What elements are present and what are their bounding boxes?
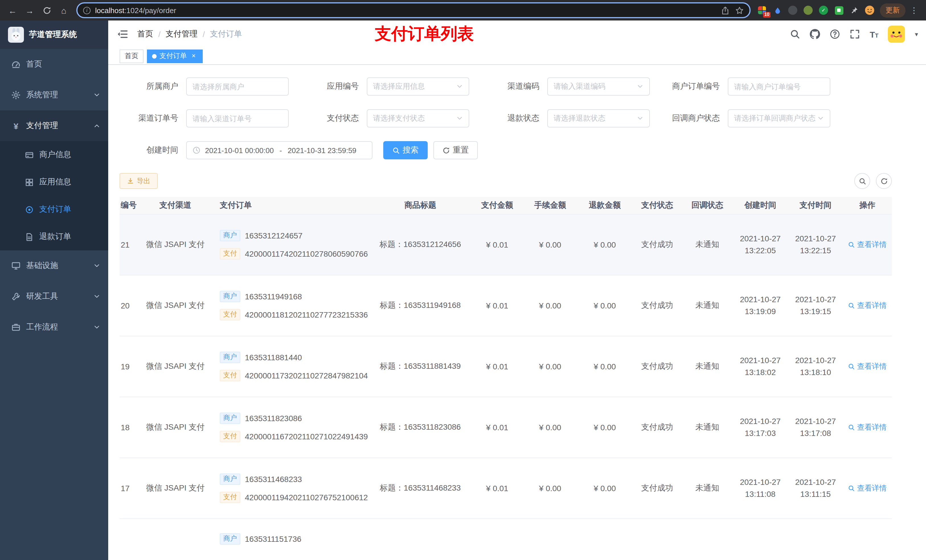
cell-fee: ¥ 0.00 — [523, 457, 578, 518]
pay-status-select[interactable]: 请选择支付状态 — [367, 109, 469, 127]
magnifier-icon — [848, 241, 855, 248]
cell-refund: ¥ 0.00 — [578, 336, 632, 397]
sidebar-item-dev-tools[interactable]: 研发工具 — [0, 281, 108, 312]
sidebar-subitem-pay-order[interactable]: 支付订单 — [0, 196, 108, 223]
refresh-table-button[interactable] — [876, 173, 892, 189]
extension-dark-icon[interactable] — [787, 5, 799, 16]
browser-forward-button[interactable]: → — [22, 2, 38, 18]
pay-tag: 支付 — [220, 248, 240, 259]
sidebar-collapse-icon[interactable] — [117, 29, 128, 40]
chevron-down-icon — [456, 83, 463, 90]
view-detail-link[interactable]: 查看详情 — [848, 239, 887, 249]
view-detail-link[interactable]: 查看详情 — [848, 483, 887, 493]
cell-notify: 未通知 — [682, 336, 732, 397]
site-info-icon[interactable]: i — [83, 6, 91, 14]
cell-title: 标题：1635311468233 — [369, 457, 472, 518]
reset-button[interactable]: 重置 — [433, 141, 478, 159]
help-icon[interactable] — [830, 29, 840, 39]
cell-create-time: 2021-10-2713:22:05 — [732, 214, 788, 275]
merchant-tag: 商户 — [220, 533, 240, 544]
select-placeholder: 请选择订单回调商户状态 — [734, 113, 817, 124]
app-no-select[interactable]: 请选择应用信息 — [367, 77, 469, 96]
extension-green-check-icon[interactable]: ✓ — [818, 5, 829, 16]
extension-chat-icon[interactable] — [833, 5, 844, 16]
sidebar-subitem-merchant-info[interactable]: 商户信息 — [0, 141, 108, 169]
browser-profile-avatar[interactable] — [864, 5, 875, 16]
create-time-range-picker[interactable]: 2021-10-01 00:00:00 - 2021-10-31 23:59:5… — [186, 141, 372, 159]
chevron-down-icon — [94, 324, 100, 331]
notify-status-select[interactable]: 请选择订单回调商户状态 — [728, 109, 830, 127]
avatar-dropdown-caret[interactable]: ▾ — [915, 30, 918, 38]
merchant-input[interactable] — [186, 77, 289, 96]
cell-amount: ¥ 0.01 — [472, 397, 523, 457]
merchant-order-no-input[interactable] — [728, 77, 830, 96]
app-title: 芋道管理系统 — [29, 30, 77, 40]
channel-order-no-input[interactable] — [186, 109, 289, 127]
extension-colorful-icon[interactable]: 10 — [756, 5, 768, 16]
export-button[interactable]: 导出 — [120, 173, 158, 189]
sidebar-item-workflow[interactable]: 工作流程 — [0, 312, 108, 343]
col-title: 商品标题 — [369, 197, 472, 214]
sidebar-item-infrastructure[interactable]: 基础设施 — [0, 251, 108, 281]
browser-home-button[interactable]: ⌂ — [56, 2, 72, 18]
github-icon[interactable] — [810, 29, 820, 39]
dashboard-icon — [11, 60, 21, 69]
sidebar-item-label: 首页 — [26, 59, 42, 69]
close-icon[interactable] — [190, 52, 198, 60]
font-size-icon[interactable]: TT — [870, 30, 878, 38]
pay-tag: 支付 — [220, 430, 240, 442]
cell-refund: ¥ 0.00 — [578, 457, 632, 518]
briefcase-icon — [11, 323, 21, 332]
tab-pay-order[interactable]: 支付订单 — [147, 49, 203, 63]
sidebar-item-label: 基础设施 — [26, 261, 58, 271]
extension-badge: 10 — [763, 12, 770, 18]
extensions-pin-icon[interactable] — [849, 5, 860, 16]
browser-refresh-button[interactable] — [39, 2, 54, 18]
channel-code-select[interactable]: 请输入渠道编码 — [547, 77, 650, 96]
search-icon[interactable] — [790, 29, 800, 39]
view-detail-link[interactable]: 查看详情 — [848, 361, 887, 371]
sidebar-item-system[interactable]: 系统管理 — [0, 80, 108, 110]
cell-create-time: 2021-10-2713:18:02 — [732, 336, 788, 397]
search-icon — [392, 146, 400, 154]
cell-amount: ¥ 0.01 — [472, 336, 523, 397]
share-icon[interactable] — [721, 6, 729, 15]
breadcrumb-home[interactable]: 首页 — [137, 29, 153, 39]
bookmark-star-icon[interactable] — [735, 6, 744, 15]
browser-back-button[interactable]: ← — [5, 2, 21, 18]
refresh-icon — [880, 177, 888, 185]
sidebar-item-home[interactable]: 首页 — [0, 49, 108, 80]
fullscreen-icon[interactable] — [850, 29, 860, 39]
wrench-icon — [11, 292, 21, 301]
table-row: 20 微信 JSAPI 支付 商户1635311949168 支付4200001… — [120, 275, 892, 336]
browser-menu-icon[interactable]: ⋮ — [906, 6, 921, 15]
magnifier-icon — [848, 485, 855, 491]
table-row: 21 微信 JSAPI 支付 商户1635312124657 支付4200001… — [120, 214, 892, 275]
cell-action: 查看详情 — [843, 457, 892, 518]
merchant-tag: 商户 — [220, 291, 240, 302]
view-detail-link[interactable]: 查看详情 — [848, 422, 887, 432]
tab-home[interactable]: 首页 — [120, 49, 144, 63]
extension-olive-icon[interactable] — [802, 5, 814, 16]
browser-update-button[interactable]: 更新 — [880, 3, 905, 17]
extension-drop-icon[interactable] — [772, 5, 783, 16]
tab-label: 支付订单 — [159, 51, 187, 61]
view-detail-link[interactable]: 查看详情 — [848, 300, 887, 311]
select-placeholder: 请选择应用信息 — [373, 82, 456, 92]
orders-table: 编号 支付渠道 支付订单 商品标题 支付金额 手续金额 退款金额 支付状态 回调… — [120, 197, 892, 560]
pay-order-no: 4200001173202110272847982104 — [245, 371, 368, 380]
filter-label-channel-order-no: 渠道订单号 — [120, 113, 178, 124]
col-create-time: 创建时间 — [732, 197, 788, 214]
reset-button-label: 重置 — [453, 145, 469, 155]
address-bar[interactable]: i localhost:1024/pay/order — [76, 2, 750, 18]
sidebar-subitem-app-info[interactable]: 应用信息 — [0, 169, 108, 196]
user-avatar[interactable] — [888, 26, 905, 43]
refund-status-select[interactable]: 请选择退款状态 — [547, 109, 650, 127]
filter-label-app-no: 应用编号 — [300, 82, 359, 92]
toggle-search-button[interactable] — [854, 173, 870, 189]
cell-pay-time: 2021-10-2713:11:15 — [788, 457, 843, 518]
search-button[interactable]: 搜索 — [383, 141, 428, 159]
cell-status: 支付成功 — [632, 397, 682, 457]
sidebar-item-payment[interactable]: ¥ 支付管理 — [0, 110, 108, 141]
sidebar-subitem-refund-order[interactable]: 退款订单 — [0, 223, 108, 251]
